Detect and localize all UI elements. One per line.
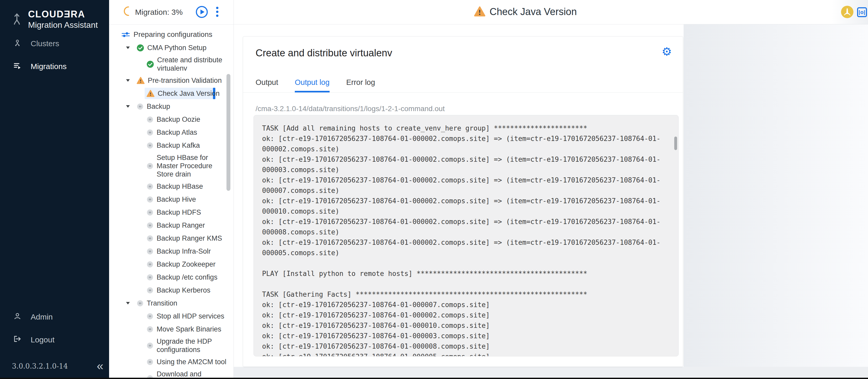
log-line: 000008.comops.site) — [262, 227, 676, 237]
tree-item-upgrade-the-hdp-configurations[interactable]: Upgrade the HDP configurations — [109, 336, 234, 355]
log-line: ok: [ctr-e19-1701672056237-108764-01-000… — [262, 299, 676, 310]
tab-output-log[interactable]: Output log — [295, 78, 330, 92]
tree-item-backup-hive[interactable]: Backup Hive — [109, 193, 234, 206]
tree-item-stop-all-hdp-services[interactable]: Stop all HDP services — [109, 310, 234, 323]
pending-pause-icon — [147, 235, 154, 242]
tree-item-using-the-am2cm-tool[interactable]: Using the AM2CM tool — [109, 355, 234, 368]
log-line: ok: [ctr-e19-1701672056237-108764-01-000… — [262, 341, 676, 351]
background-bottom-band — [234, 367, 868, 379]
tree-item-backup-atlas[interactable]: Backup Atlas — [109, 126, 234, 139]
bottom-edge-strip — [0, 378, 868, 379]
log-line: 000010.comops.site) — [262, 206, 676, 217]
tree-item-label: Download and distribute mpacks — [157, 370, 229, 378]
feedback-icon[interactable]: |o| — [857, 7, 867, 17]
topbar: Check Java Version |o| — [234, 0, 868, 24]
pending-pause-icon — [147, 142, 154, 149]
tree-item-backup-zookeeper[interactable]: Backup Zookeeper — [109, 258, 234, 271]
tree-item-label: Transition — [147, 299, 232, 307]
tree-item-label: Move Spark Binaries — [157, 325, 229, 333]
tree-item-backup-etc-configs[interactable]: Backup /etc configs — [109, 271, 234, 284]
kebab-menu-icon[interactable] — [215, 7, 219, 19]
tree-item-cma-python-setup[interactable]: CMA Python Setup — [109, 41, 234, 54]
sidebar-item-admin[interactable]: Admin — [0, 310, 109, 324]
tree-scrollbar[interactable] — [226, 74, 230, 191]
sidebar-item-label: Migrations — [31, 62, 66, 71]
gear-icon[interactable]: ⚙ — [662, 46, 672, 57]
log-line: ok: [ctr-e19-1701672056237-108764-01-000… — [262, 217, 676, 227]
tree-item-label: Backup Kerberos — [157, 286, 229, 294]
tree-item-label: Upgrade the HDP configurations — [157, 337, 229, 354]
pending-pause-icon — [147, 313, 154, 320]
tree-item-backup-ranger-kms[interactable]: Backup Ranger KMS — [109, 232, 234, 245]
tab-output[interactable]: Output — [255, 78, 278, 92]
tree-item-check-java-version[interactable]: Check Java Version — [109, 87, 234, 100]
sidebar-footer: AdminLogout 3.0.0.3.2.1.0-14 « — [0, 310, 109, 379]
sidebar-item-logout[interactable]: Logout — [0, 333, 109, 347]
tree-item-backup-ranger[interactable]: Backup Ranger — [109, 219, 234, 232]
sidebar-item-clusters[interactable]: Clusters — [0, 36, 109, 51]
tree-item-label: Backup — [147, 102, 232, 110]
log-line: ok: [ctr-e19-1701672056237-108764-01-000… — [262, 154, 676, 165]
tree-item-label: Create and distribute virtualenv — [157, 56, 230, 72]
chevron-down-icon[interactable] — [126, 105, 130, 108]
tree-stage-label: Preparing configurations — [133, 30, 227, 39]
tree-item-download-and-distribute-mpacks[interactable]: Download and distribute mpacks — [109, 368, 234, 378]
tree-item-backup-kerberos[interactable]: Backup Kerberos — [109, 284, 234, 297]
log-output-text: TASK [Add all remaining hosts to create_… — [254, 115, 678, 356]
tree-item-backup-oozie[interactable]: Backup Oozie — [109, 113, 234, 126]
warning-icon — [474, 6, 486, 18]
tree-item-label: Backup Oozie — [157, 115, 229, 124]
pending-pause-icon — [147, 358, 154, 366]
sidebar-item-label: Clusters — [31, 39, 59, 48]
sidebar-item-label: Logout — [31, 336, 55, 344]
tree-stage-preparing-configurations[interactable]: Preparing configurations — [109, 28, 234, 41]
pending-pause-icon — [136, 300, 144, 307]
brand-name: CLOUDƎRA — [28, 9, 98, 20]
tree-item-label: Stop all HDP services — [157, 312, 229, 320]
chevron-down-icon[interactable] — [126, 302, 130, 305]
app-version: 3.0.0.3.2.1.0-14 — [0, 355, 68, 375]
pending-pause-icon — [147, 196, 154, 203]
log-line: ok: [ctr-e19-1701672056237-108764-01-000… — [262, 320, 676, 331]
tree-item-backup-kafka[interactable]: Backup Kafka — [109, 139, 234, 152]
log-line: 000002.comops.site) — [262, 144, 676, 154]
user-avatar[interactable] — [841, 6, 854, 18]
collapse-sidebar-button[interactable]: « — [97, 360, 103, 372]
tree-item-label: Backup Ranger — [157, 221, 229, 229]
tree-item-backup-infra-solr[interactable]: Backup Infra-Solr — [109, 245, 234, 258]
configurations-icon — [122, 31, 130, 38]
tree-item-label: Backup Infra-Solr — [157, 247, 229, 255]
pending-pause-icon — [147, 342, 154, 349]
tree-item-label: Setup HBase for Master Procedure Store d… — [157, 153, 229, 178]
tree-item-backup[interactable]: Backup — [109, 100, 234, 113]
tree-item-transition[interactable]: Transition — [109, 297, 234, 310]
log-line: ok: [ctr-e19-1701672056237-108764-01-000… — [262, 331, 676, 341]
sidebar-item-migrations[interactable]: Migrations — [0, 59, 109, 74]
log-scrollbar[interactable] — [674, 136, 677, 150]
log-line: ok: [ctr-e19-1701672056237-108764-01-000… — [262, 175, 676, 185]
tree-item-backup-hdfs[interactable]: Backup HDFS — [109, 206, 234, 219]
brand: CLOUDƎRA Migration Assistant — [0, 0, 109, 30]
tree-item-label: Check Java Version — [158, 89, 230, 98]
clusters-icon — [13, 39, 21, 49]
play-migration-button[interactable] — [195, 6, 208, 19]
tree-item-label: Backup HBase — [157, 182, 229, 191]
chevron-down-icon[interactable] — [126, 46, 130, 49]
log-tabs: OutputOutput logError log — [243, 78, 683, 93]
tree-item-setup-hbase-for-master-procedure-store-drain[interactable]: Setup HBase for Master Procedure Store d… — [109, 152, 234, 180]
tree-item-move-spark-binaries[interactable]: Move Spark Binaries — [109, 323, 234, 336]
tree-item-pre-transition-validation[interactable]: Pre-transition Validation — [109, 74, 234, 87]
tree-item-backup-hbase[interactable]: Backup HBase — [109, 180, 234, 193]
background-right-band — [684, 24, 868, 379]
sidebar-item-label: Admin — [31, 313, 53, 321]
log-line: ok: [ctr-e19-1701672056237-108764-01-000… — [262, 133, 676, 144]
chevron-down-icon[interactable] — [126, 79, 130, 82]
logout-icon — [13, 336, 21, 344]
app-sidebar: CLOUDƎRA Migration Assistant ClustersMig… — [0, 0, 109, 379]
migration-step-tree: Preparing configurationsCMA Python Setup… — [109, 25, 234, 378]
tab-error-log[interactable]: Error log — [346, 78, 375, 92]
log-output-box[interactable]: TASK [Add all remaining hosts to create_… — [253, 115, 679, 356]
pending-pause-icon — [147, 261, 154, 268]
tree-item-create-and-distribute-virtualenv[interactable]: Create and distribute virtualenv — [109, 54, 234, 74]
progress-arc-icon — [124, 6, 131, 18]
